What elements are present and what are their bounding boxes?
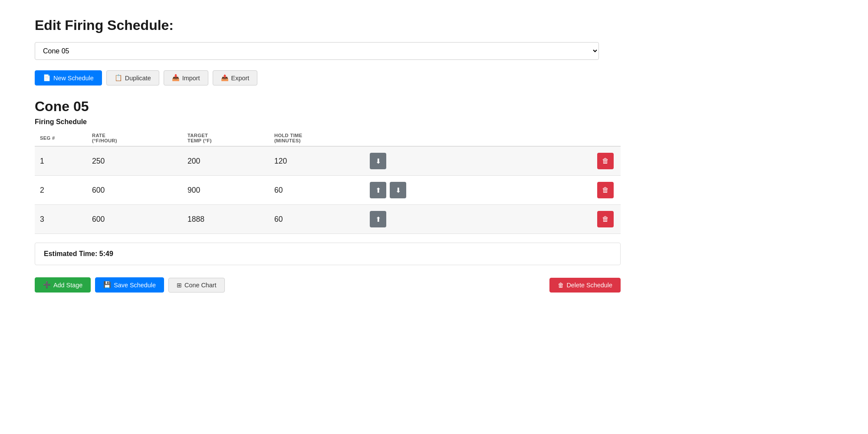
estimated-time-value: 5:49 <box>99 250 113 257</box>
import-label: Import <box>182 75 200 82</box>
delete-schedule-label: Delete Schedule <box>566 282 612 289</box>
import-button[interactable]: 📥 Import <box>164 70 208 85</box>
save-schedule-label: Save Schedule <box>114 282 156 289</box>
duplicate-icon: 📋 <box>115 74 122 82</box>
new-schedule-button[interactable]: 📄 New Schedule <box>35 70 102 85</box>
delete-row-button-1[interactable]: 🗑 <box>597 182 614 198</box>
col-header-actions <box>365 130 621 146</box>
col-header-rate: RATE (°F/HOUR) <box>87 130 182 146</box>
save-schedule-icon: 💾 <box>103 281 111 289</box>
export-icon: 📤 <box>221 74 229 82</box>
cell-target-2: 1888 <box>182 205 269 234</box>
move-up-button-1[interactable]: ⬆ <box>370 182 386 198</box>
delete-schedule-icon: 🗑 <box>558 282 564 289</box>
cell-hold-0: 120 <box>269 146 365 176</box>
table-row: 3 600 1888 60 ⬆ 🗑 <box>35 205 621 234</box>
page-title: Edit Firing Schedule: <box>35 17 833 33</box>
cell-rate-0: 250 <box>87 146 182 176</box>
cell-hold-1: 60 <box>269 176 365 205</box>
table-row: 1 250 200 120 ⬇ 🗑 <box>35 146 621 176</box>
cell-rate-1: 600 <box>87 176 182 205</box>
estimated-time-box: Estimated Time: 5:49 <box>35 243 621 265</box>
cell-seg-1: 2 <box>35 176 87 205</box>
cone-chart-button[interactable]: ⊞ Cone Chart <box>168 278 225 293</box>
cone-chart-label: Cone Chart <box>184 282 217 289</box>
table-row: 2 600 900 60 ⬆ ⬇ 🗑 <box>35 176 621 205</box>
export-button[interactable]: 📤 Export <box>213 70 258 85</box>
cell-hold-2: 60 <box>269 205 365 234</box>
estimated-time-label: Estimated Time: <box>44 250 97 257</box>
move-down-button-0[interactable]: ⬇ <box>370 153 386 169</box>
duplicate-button[interactable]: 📋 Duplicate <box>106 70 159 85</box>
delete-row-button-0[interactable]: 🗑 <box>597 153 614 169</box>
import-icon: 📥 <box>172 74 180 82</box>
cell-seg-0: 1 <box>35 146 87 176</box>
cell-actions-1: ⬆ ⬇ 🗑 <box>365 176 621 205</box>
export-label: Export <box>231 75 250 82</box>
col-header-hold: HOLD TIME (MINUTES) <box>269 130 365 146</box>
col-header-target: TARGET TEMP (°F) <box>182 130 269 146</box>
bottom-toolbar-right: 🗑 Delete Schedule <box>549 278 621 293</box>
section-label: Firing Schedule <box>35 118 833 126</box>
move-up-button-2[interactable]: ⬆ <box>370 211 386 227</box>
cell-target-0: 200 <box>182 146 269 176</box>
save-schedule-button[interactable]: 💾 Save Schedule <box>95 277 164 293</box>
add-stage-icon: ➕ <box>43 281 51 289</box>
cell-actions-2: ⬆ 🗑 <box>365 205 621 234</box>
cone-chart-icon: ⊞ <box>177 282 182 289</box>
new-schedule-label: New Schedule <box>53 75 94 82</box>
cell-target-1: 900 <box>182 176 269 205</box>
delete-row-button-2[interactable]: 🗑 <box>597 211 614 227</box>
new-schedule-icon: 📄 <box>43 74 51 82</box>
add-stage-label: Add Stage <box>53 282 82 289</box>
schedule-select[interactable]: Cone 05Cone 6Cone 10Bisque <box>35 42 599 60</box>
add-stage-button[interactable]: ➕ Add Stage <box>35 277 91 293</box>
move-down-button-1[interactable]: ⬇ <box>390 182 406 198</box>
cell-seg-2: 3 <box>35 205 87 234</box>
schedule-name: Cone 05 <box>35 99 833 115</box>
col-header-seg: SEG # <box>35 130 87 146</box>
cell-rate-2: 600 <box>87 205 182 234</box>
duplicate-label: Duplicate <box>125 75 151 82</box>
bottom-toolbar: ➕ Add Stage 💾 Save Schedule ⊞ Cone Chart… <box>35 277 621 293</box>
delete-schedule-button[interactable]: 🗑 Delete Schedule <box>549 278 621 293</box>
cell-actions-0: ⬇ 🗑 <box>365 146 621 176</box>
firing-table: SEG # RATE (°F/HOUR) TARGET TEMP (°F) HO… <box>35 130 621 234</box>
top-toolbar: 📄 New Schedule 📋 Duplicate 📥 Import 📤 Ex… <box>35 70 833 85</box>
